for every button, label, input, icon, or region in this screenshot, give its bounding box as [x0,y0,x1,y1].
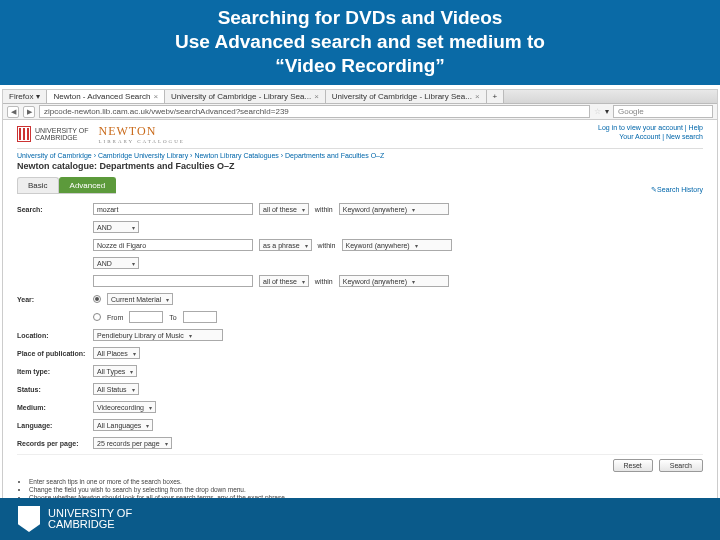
browser-window: Firefox▾ Newton - Advanced Search× Unive… [2,89,718,521]
location-select[interactable]: Pendlebury Library of Music [93,329,223,341]
search-term-2[interactable]: Nozze di Figaro [93,239,253,251]
radio-current-material[interactable] [93,295,101,303]
footer-l2: CAMBRIDGE [48,519,132,530]
medium-select[interactable]: Videorecording [93,401,156,413]
forward-button[interactable]: ▶ [23,106,35,118]
label-records: Records per page: [17,440,87,447]
browser-search-input[interactable]: Google [613,105,713,118]
label-itemtype: Item type: [17,368,87,375]
account-link[interactable]: Your Account [619,133,660,140]
language-select[interactable]: All Languages [93,419,153,431]
login-link[interactable]: Log in to view your account [598,124,683,131]
itemtype-select[interactable]: All Types [93,365,137,377]
bookmark-icon[interactable]: ☆ [594,107,601,116]
university-logo: UNIVERSITY OFCAMBRIDGE [17,126,89,142]
close-icon[interactable]: × [314,92,319,101]
firefox-menu[interactable]: Firefox▾ [3,90,47,103]
new-tab-button[interactable]: + [487,90,505,103]
tab-basic[interactable]: Basic [17,177,59,193]
new-search-link[interactable]: New search [666,133,703,140]
logo-group: UNIVERSITY OFCAMBRIDGE NEWTON LIBRARY CA… [17,124,185,144]
search-term-1[interactable]: mozart [93,203,253,215]
tip-item: Enter search tips in one or more of the … [29,478,703,485]
bool-op-2[interactable]: AND [93,257,139,269]
page-header: UNIVERSITY OFCAMBRIDGE NEWTON LIBRARY CA… [17,124,703,144]
search-tabbar: Basic Advanced [17,177,116,194]
place-select[interactable]: All Places [93,347,140,359]
breadcrumb[interactable]: University of Cambridge › Cambridge Univ… [17,148,703,159]
slide-title-l1: Searching for DVDs and Videos [20,6,700,30]
help-link[interactable]: Help [689,124,703,131]
search-history-link[interactable]: ✎Search History [651,186,703,194]
slide-title-l3: “Video Recording” [20,54,700,78]
records-select[interactable]: 25 records per page [93,437,172,449]
url-bar: ◀ ▶ zipcode-newton.lib.cam.ac.uk/vwebv/s… [3,104,717,120]
field-select-2[interactable]: Keyword (anywhere) [342,239,452,251]
advanced-search-form: Search: mozart all of these within Keywo… [17,202,703,509]
slide-title: Searching for DVDs and Videos Use Advanc… [0,0,720,85]
page-content: UNIVERSITY OFCAMBRIDGE NEWTON LIBRARY CA… [3,120,717,520]
browser-tab[interactable]: University of Cambridge - Library Sea...… [165,90,326,103]
dropdown-icon[interactable]: ▾ [605,107,609,116]
year-to-input[interactable] [183,311,217,323]
label-year: Year: [17,296,87,303]
match-select-3[interactable]: all of these [259,275,309,287]
radio-year-range[interactable] [93,313,101,321]
label-location: Location: [17,332,87,339]
search-term-3[interactable] [93,275,253,287]
tip-item: Change the field you wish to search by s… [29,486,703,493]
top-links: Log in to view your account | Help Your … [598,124,703,142]
field-select-1[interactable]: Keyword (anywhere) [339,203,449,215]
label-place: Place of publication: [17,350,87,357]
field-select-3[interactable]: Keyword (anywhere) [339,275,449,287]
bool-op-1[interactable]: AND [93,221,139,233]
back-button[interactable]: ◀ [7,106,19,118]
reset-button[interactable]: Reset [613,459,653,472]
current-material-select[interactable]: Current Material [107,293,173,305]
browser-tabs: Firefox▾ Newton - Advanced Search× Unive… [3,90,717,104]
slide-title-l2: Use Advanced search and set medium to [20,30,700,54]
shield-icon [18,506,40,532]
newton-logo: NEWTON LIBRARY CATALOGUE [99,124,185,144]
chevron-down-icon: ▾ [36,92,40,101]
shield-icon [17,126,31,142]
match-select-2[interactable]: as a phrase [259,239,312,251]
label-medium: Medium: [17,404,87,411]
url-input[interactable]: zipcode-newton.lib.cam.ac.uk/vwebv/searc… [39,105,590,118]
tab-advanced[interactable]: Advanced [59,177,117,193]
browser-tab-active[interactable]: Newton - Advanced Search× [47,90,165,103]
label-search: Search: [17,206,87,213]
label-status: Status: [17,386,87,393]
slide-footer: UNIVERSITY OF CAMBRIDGE [0,498,720,540]
close-icon[interactable]: × [153,92,158,101]
browser-tab[interactable]: University of Cambridge - Library Sea...… [326,90,487,103]
page-title: Newton catalogue: Departments and Facult… [17,161,703,171]
match-select-1[interactable]: all of these [259,203,309,215]
close-icon[interactable]: × [475,92,480,101]
label-language: Language: [17,422,87,429]
status-select[interactable]: All Status [93,383,139,395]
search-button[interactable]: Search [659,459,703,472]
year-from-input[interactable] [129,311,163,323]
